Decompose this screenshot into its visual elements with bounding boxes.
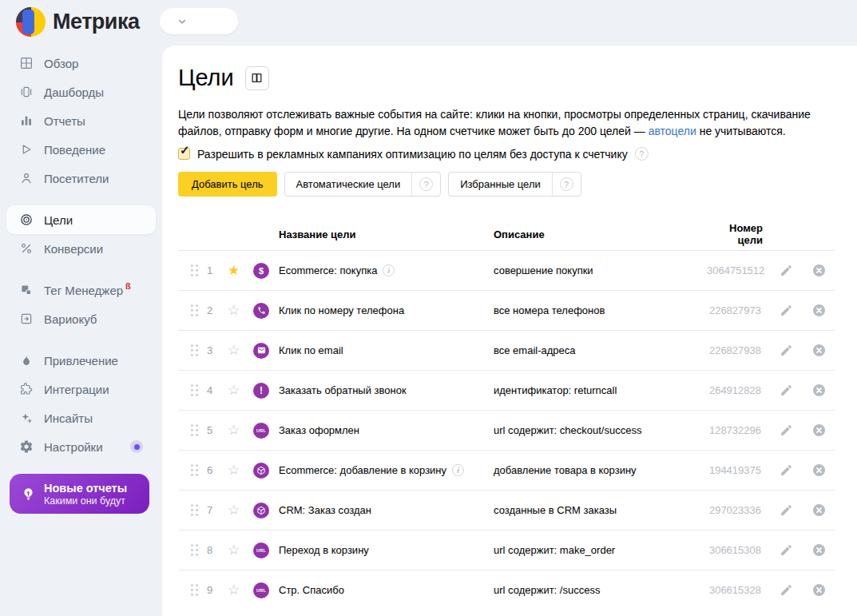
sidebar-item-attraction[interactable]: Привлечение: [6, 346, 156, 375]
goal-type-url-icon: URL: [253, 542, 269, 558]
add-goal-button[interactable]: Добавить цель: [178, 172, 277, 197]
sidebar-item-visitors[interactable]: Посетители: [6, 164, 156, 193]
sidebar-item-label: Поведение: [44, 143, 105, 157]
drag-handle-icon[interactable]: [189, 304, 207, 317]
favorite-star-outline-icon[interactable]: ☆: [228, 423, 253, 437]
reports-icon: [19, 113, 34, 128]
new-reports-banner[interactable]: Новые отчеты Какими они будут: [10, 474, 149, 514]
help-book-button[interactable]: [245, 66, 269, 90]
ad-optimization-checkbox-row[interactable]: ✓ Разрешить в рекламных кампаниях оптими…: [178, 147, 835, 161]
sidebar-item-insights[interactable]: Инсайты: [6, 403, 156, 432]
help-question-icon: ?: [419, 177, 433, 191]
delete-icon[interactable]: [803, 582, 835, 598]
delete-icon[interactable]: [803, 542, 835, 558]
header-goal-name: Название цели: [279, 229, 494, 240]
favorite-star-outline-icon[interactable]: ☆: [228, 543, 253, 557]
drag-handle-icon[interactable]: [189, 264, 207, 277]
edit-pencil-icon[interactable]: [769, 264, 803, 277]
goal-number: 306615308: [707, 544, 769, 556]
help-question-icon[interactable]: ?: [635, 147, 649, 161]
edit-pencil-icon[interactable]: [769, 583, 803, 597]
favorite-star-outline-icon[interactable]: ☆: [228, 304, 253, 317]
sidebar-item-conversions[interactable]: Конверсии: [6, 234, 156, 263]
edit-pencil-icon[interactable]: [769, 463, 803, 477]
table-row: 1★$Ecommerce: покупкаiсовершение покупки…: [178, 250, 835, 290]
sidebar-item-integrations[interactable]: Интеграции: [6, 375, 156, 403]
metrika-logo-icon: [16, 7, 46, 37]
edit-pencil-icon[interactable]: [769, 384, 803, 397]
goal-description: совершение покупки: [494, 264, 707, 276]
delete-icon[interactable]: [803, 463, 835, 478]
checkbox-label: Разрешить в рекламных кампаниях оптимиза…: [197, 148, 628, 161]
favorite-goals-label: Избранные цели: [449, 173, 552, 196]
sidebar-item-label: Конверсии: [44, 242, 103, 256]
edit-pencil-icon[interactable]: [769, 503, 803, 517]
favorite-star-outline-icon[interactable]: ☆: [228, 344, 253, 357]
favorite-star-outline-icon[interactable]: ☆: [228, 384, 253, 397]
delete-icon[interactable]: [803, 503, 835, 518]
sidebar-item-behavior[interactable]: Поведение: [6, 135, 156, 164]
goal-number: 306615328: [707, 584, 769, 596]
favorite-goals-button[interactable]: Избранные цели ?: [448, 172, 581, 197]
info-icon[interactable]: i: [383, 264, 395, 276]
sidebar-item-variocube[interactable]: Вариокуб: [6, 304, 156, 333]
sidebar-group: ЦелиКонверсии: [0, 205, 162, 263]
favorite-goals-help[interactable]: ?: [552, 173, 581, 196]
checkbox-checked[interactable]: ✓: [178, 148, 190, 160]
sidebar-item-settings[interactable]: Настройки: [6, 432, 156, 461]
drag-handle-icon[interactable]: [189, 423, 207, 437]
behavior-icon: [19, 142, 34, 157]
sidebar-item-reports[interactable]: Отчеты: [6, 106, 156, 135]
goal-name: CRM: Заказ создан: [279, 504, 494, 516]
edit-pencil-icon[interactable]: [769, 304, 803, 317]
banner-title: Новые отчеты: [44, 481, 127, 495]
favorite-star-outline-icon[interactable]: ☆: [228, 583, 253, 597]
favorite-star-outline-icon[interactable]: ☆: [228, 463, 253, 477]
favorite-star-filled-icon[interactable]: ★: [228, 264, 253, 277]
metrika-logo[interactable]: Метрика: [16, 7, 140, 37]
table-row: 9☆URLСтр. Спасибоurl содержит: /success3…: [178, 570, 835, 610]
goal-number: 297023336: [707, 504, 769, 516]
row-number: 1: [207, 264, 228, 276]
sidebar-item-goals[interactable]: Цели: [6, 205, 156, 234]
sidebar-item-dashboards[interactable]: Дашборды: [6, 77, 156, 106]
delete-icon[interactable]: [803, 383, 835, 398]
goals-icon: [19, 213, 34, 227]
sidebar-item-overview[interactable]: Обзор: [6, 49, 156, 77]
integrations-icon: [19, 382, 34, 396]
drag-handle-icon[interactable]: [189, 384, 207, 397]
settings-icon: [19, 439, 34, 454]
edit-pencil-icon[interactable]: [769, 543, 803, 557]
conversions-icon: [19, 241, 34, 256]
drag-handle-icon[interactable]: [189, 463, 207, 477]
delete-icon[interactable]: [803, 303, 835, 318]
automatic-goals-help[interactable]: ?: [411, 173, 440, 196]
delete-icon[interactable]: [803, 263, 835, 278]
chevron-down-icon: [176, 15, 188, 28]
row-number: 5: [207, 424, 228, 436]
sidebar-item-tag-manager[interactable]: Тег Менеджерß: [6, 276, 156, 304]
automatic-goals-button[interactable]: Автоматические цели ?: [284, 172, 442, 197]
edit-pencil-icon[interactable]: [769, 344, 803, 357]
drag-handle-icon[interactable]: [189, 344, 207, 357]
attraction-icon: [19, 353, 34, 368]
drag-handle-icon[interactable]: [189, 583, 207, 597]
info-icon[interactable]: i: [452, 464, 464, 476]
sidebar-item-label: Посетители: [44, 172, 109, 185]
favorite-star-outline-icon[interactable]: ☆: [228, 503, 253, 517]
sidebar-item-label: Обзор: [44, 57, 78, 70]
drag-handle-icon[interactable]: [189, 543, 207, 557]
counter-dropdown[interactable]: [160, 8, 238, 34]
autogoals-link[interactable]: автоцели: [649, 125, 696, 137]
goal-description: url содержит: /success: [494, 584, 707, 596]
goal-number: 264912828: [707, 384, 769, 396]
edit-pencil-icon[interactable]: [769, 423, 803, 437]
delete-icon[interactable]: [803, 343, 835, 358]
notification-dot: [130, 440, 143, 453]
goal-description: созданные в CRM заказы: [494, 504, 707, 516]
drag-handle-icon[interactable]: [189, 503, 207, 517]
goal-number: 226827973: [707, 304, 769, 316]
goal-type-exclamation-icon: !: [253, 383, 269, 399]
delete-icon[interactable]: [803, 423, 835, 438]
table-row: 2☆Клик по номеру телефонавсе номера теле…: [178, 290, 835, 330]
